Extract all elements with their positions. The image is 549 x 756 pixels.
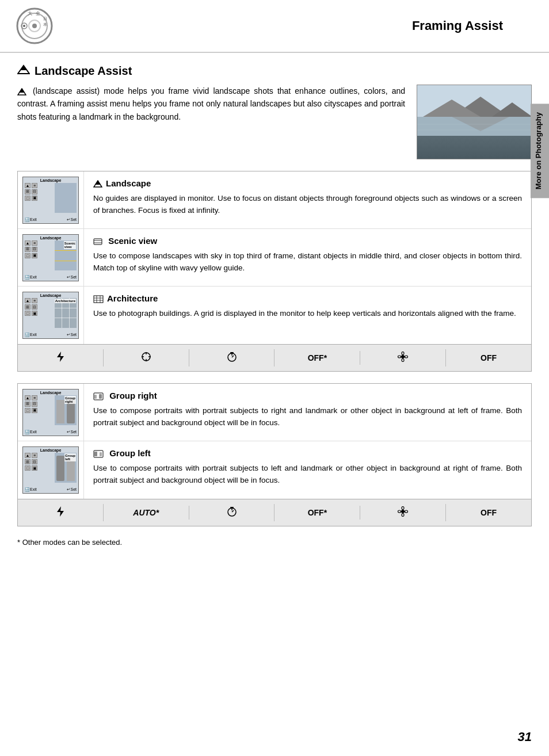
landscape-mode-row: Landscape ▲ ≡ ⊞ ⊟ □ ▣: [18, 171, 531, 229]
architecture-cam-thumb: Landscape ▲ ≡ ⊞ ⊟ □ ▣: [18, 287, 84, 344]
footer-note: * Other modes can be selected.: [17, 538, 532, 547]
architecture-mode-title: Architecture: [93, 293, 522, 303]
status-macro-2: [360, 504, 446, 521]
scenic-mode-row: Landscape ▲ ≡ ⊞ ⊟ □ ▣: [18, 229, 531, 287]
section-title: Landscape Assist: [17, 64, 532, 78]
group-right-row: Landscape ▲ ≡ ⊞ ⊟ □ ▣: [18, 384, 531, 441]
svg-rect-52: [94, 395, 97, 399]
landscape-photo: [417, 85, 532, 159]
svg-text:全: 全: [36, 11, 40, 16]
cam-label-architecture: Landscape: [40, 293, 62, 297]
status-off-1: OFF: [446, 351, 531, 365]
status-off-star-2: OFF*: [274, 506, 360, 520]
svg-point-3: [32, 24, 37, 28]
svg-rect-51: [99, 394, 102, 399]
main-content: Landscape Assist (landscape assist) mode…: [0, 53, 549, 558]
cam-label-landscape: Landscape: [40, 178, 62, 182]
group-left-cam-thumb: Landscape ▲ ≡ ⊞ ⊟ □ ▣: [18, 441, 84, 499]
svg-marker-56: [57, 506, 64, 517]
landscape-cam-thumb: Landscape ▲ ≡ ⊞ ⊟ □ ▣: [18, 171, 84, 228]
top-section-box: Landscape ▲ ≡ ⊞ ⊟ □ ▣: [17, 171, 532, 372]
svg-rect-54: [94, 452, 97, 456]
group-right-icon: [93, 391, 104, 400]
scenic-mode-desc: Scenic view Use to compose landscapes wi…: [84, 229, 531, 286]
group-left-cam-screen: Landscape ▲ ≡ ⊞ ⊟ □ ▣: [22, 446, 79, 494]
logo: 大 全 日 本: [12, 6, 58, 46]
svg-point-64: [398, 510, 401, 513]
svg-point-45: [401, 355, 405, 358]
status-flash-2: [18, 504, 104, 521]
svg-rect-21: [417, 142, 532, 159]
page-title: Framing Assist: [412, 18, 537, 33]
landscape-inline-icon: [17, 86, 33, 96]
svg-rect-44: [230, 352, 234, 353]
status-focus: [104, 349, 189, 366]
svg-point-63: [402, 514, 404, 517]
landscape-mode-icon: [93, 179, 102, 188]
svg-point-65: [405, 510, 408, 513]
svg-text:日: 日: [43, 17, 47, 21]
top-status-bar: OFF* OFF: [18, 344, 531, 371]
landscape-mode-text: No guides are displayed in monitor. Use …: [93, 193, 522, 217]
status-auto-star: AUTO*: [104, 506, 189, 520]
svg-marker-35: [57, 352, 64, 362]
svg-rect-30: [94, 296, 103, 303]
cam-label-group-right: Landscape: [40, 391, 62, 395]
scenic-cam-thumb: Landscape ▲ ≡ ⊞ ⊟ □ ▣: [18, 229, 84, 286]
side-tab: More on Photography: [531, 104, 549, 198]
cam-label-scenic: Landscape: [40, 236, 62, 240]
intro-text: (landscape assist) mode helps you frame …: [17, 85, 405, 123]
group-left-icon: [93, 449, 104, 458]
landscape-cam-screen: Landscape ▲ ≡ ⊞ ⊟ □ ▣: [22, 177, 79, 224]
svg-point-47: [402, 359, 404, 362]
svg-marker-26: [95, 181, 101, 185]
page-number: 31: [518, 730, 532, 744]
scenic-cam-screen: Landscape ▲ ≡ ⊞ ⊟ □ ▣: [22, 234, 79, 281]
status-off-star-1: OFF*: [274, 351, 360, 365]
svg-point-49: [405, 356, 408, 358]
group-right-mode-title: Group right: [93, 391, 522, 400]
scenic-mode-text: Use to compose landscapes with sky in to…: [93, 250, 522, 274]
svg-marker-11: [20, 66, 27, 70]
svg-point-9: [23, 25, 25, 27]
status-timer-2: [189, 504, 275, 521]
group-right-cam-screen: Landscape ▲ ≡ ⊞ ⊟ □ ▣: [22, 389, 79, 436]
svg-point-62: [402, 507, 404, 510]
group-left-row: Landscape ▲ ≡ ⊞ ⊟ □ ▣: [18, 441, 531, 499]
bottom-section-box: Landscape ▲ ≡ ⊞ ⊟ □ ▣: [17, 383, 532, 526]
page-header: 大 全 日 本 Framing Assist: [0, 0, 549, 53]
group-right-mode-desc: Group right Use to compose portraits wit…: [84, 384, 531, 441]
svg-marker-13: [19, 89, 25, 93]
scenic-mode-icon: [93, 236, 102, 246]
group-right-cam-thumb: Landscape ▲ ≡ ⊞ ⊟ □ ▣: [18, 384, 84, 441]
group-right-mode-text: Use to compose portraits with portrait s…: [93, 405, 522, 429]
group-left-mode-text: Use to compose portraits with portrait s…: [93, 463, 522, 487]
architecture-mode-row: Landscape ▲ ≡ ⊞ ⊟ □ ▣: [18, 287, 531, 344]
status-off-2: OFF: [446, 506, 531, 520]
svg-rect-55: [100, 452, 102, 456]
svg-line-59: [232, 510, 234, 512]
svg-text:大: 大: [28, 11, 32, 16]
status-timer: [189, 349, 275, 366]
svg-point-48: [398, 356, 401, 358]
section-title-text: Landscape Assist: [35, 64, 132, 78]
landscape-mode-title: Landscape: [93, 178, 522, 188]
landscape-mode-desc: Landscape No guides are displayed in mon…: [84, 171, 531, 228]
group-left-mode-title: Group left: [93, 448, 522, 458]
svg-rect-60: [230, 507, 234, 508]
bottom-status-bar: AUTO* OFF* OFF: [18, 499, 531, 526]
status-flash: [18, 349, 104, 366]
cam-label-group-left: Landscape: [40, 448, 62, 452]
scenic-mode-title: Scenic view: [93, 236, 522, 246]
group-left-mode-desc: Group left Use to compose portraits with…: [84, 441, 531, 499]
svg-rect-27: [94, 239, 102, 245]
architecture-cam-screen: Landscape ▲ ≡ ⊞ ⊟ □ ▣: [22, 292, 79, 339]
architecture-mode-text: Use to photograph buildings. A grid is d…: [93, 308, 522, 320]
architecture-mode-icon: [93, 293, 104, 303]
svg-point-61: [401, 510, 405, 513]
landscape-icon: [17, 64, 30, 78]
svg-text:本: 本: [43, 22, 47, 26]
architecture-mode-desc: Architecture Use to photograph buildings…: [84, 287, 531, 344]
svg-line-43: [232, 356, 234, 357]
intro-block: (landscape assist) mode helps you frame …: [17, 85, 532, 159]
